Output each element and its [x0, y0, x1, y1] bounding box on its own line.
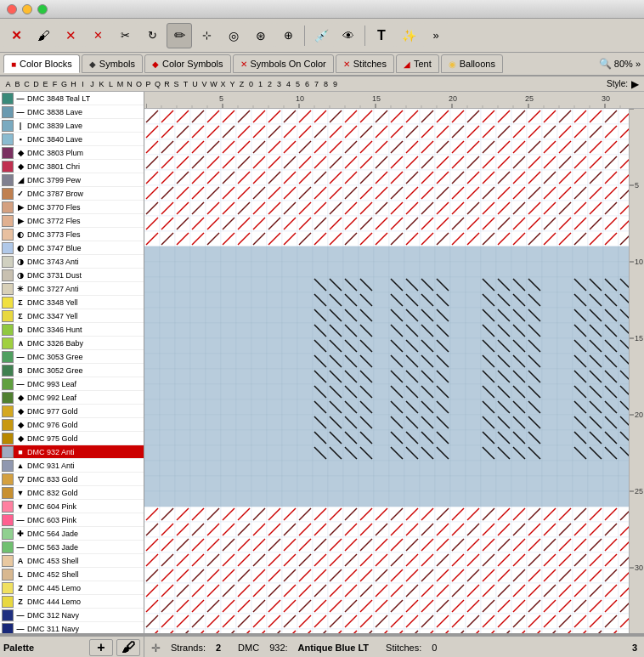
item-symbol: ◐: [15, 229, 25, 240]
palette-item[interactable]: —DMC 3053 Gree: [0, 350, 144, 364]
alpha-letter-D[interactable]: D: [31, 80, 41, 88]
nodes-tool-button[interactable]: ⊹: [194, 23, 219, 48]
svg-rect-1702: [236, 369, 251, 384]
balloons-tab[interactable]: ◉ Balloons: [441, 54, 503, 73]
palette-item[interactable]: ADMC 453 Shell: [0, 554, 144, 568]
color-swatch: [2, 297, 14, 309]
alpha-letter-A[interactable]: A: [3, 80, 13, 88]
palette-item[interactable]: —DMC 603 Pink: [0, 513, 144, 527]
alpha-letter-C[interactable]: C: [22, 80, 31, 88]
maximize-button[interactable]: [37, 4, 48, 14]
palette-item[interactable]: ✳DMC 3727 Anti: [0, 282, 144, 296]
svg-rect-1754: [542, 384, 557, 399]
svg-rect-1735: [251, 384, 267, 399]
alpha-letter-F[interactable]: F: [50, 80, 59, 88]
palette-item[interactable]: —DMC 3838 Lave: [0, 105, 144, 119]
palette-item[interactable]: ZDMC 444 Lemo: [0, 595, 144, 609]
canvas-area[interactable]: 51015202530 51015202530: [144, 92, 644, 633]
color-swatch: [2, 460, 14, 472]
palette-item[interactable]: —DMC 311 Navy: [0, 622, 144, 633]
svg-rect-1632: [144, 338, 160, 354]
palette-add-button[interactable]: +: [89, 639, 113, 656]
alpha-letter-I[interactable]: I: [78, 80, 88, 88]
palette-item[interactable]: ◆DMC 976 Gold: [0, 418, 144, 432]
palette-item[interactable]: —DMC 993 Leaf: [0, 377, 144, 391]
fill-tool-button[interactable]: ◎: [221, 23, 246, 48]
preview-tool-button[interactable]: 👁: [336, 23, 361, 48]
palette-item[interactable]: LDMC 452 Shell: [0, 568, 144, 581]
symbols-on-color-icon: ✕: [240, 59, 247, 69]
alpha-letter-H[interactable]: H: [69, 80, 78, 88]
palette-item[interactable]: ∧DMC 3326 Baby: [0, 337, 144, 350]
palette-item[interactable]: ΣDMC 3348 Yell: [0, 296, 144, 309]
svg-rect-1799: [251, 415, 267, 430]
palette-item[interactable]: ◆DMC 975 Gold: [0, 432, 144, 445]
palette-item[interactable]: ▲DMC 931 Anti: [0, 459, 144, 473]
palette-item[interactable]: ✓DMC 3787 Brow: [0, 187, 144, 201]
palette-item[interactable]: ΣDMC 3347 Yell: [0, 309, 144, 323]
select-tool-button[interactable]: ✕: [58, 23, 83, 48]
palette-item[interactable]: ◑DMC 3731 Dust: [0, 269, 144, 282]
symbols-on-color-tab[interactable]: ✕ Symbols On Color: [233, 54, 334, 73]
close-button[interactable]: [7, 4, 17, 14]
palette-item[interactable]: ✚DMC 564 Jade: [0, 527, 144, 541]
palette-item[interactable]: ◆DMC 3803 Plum: [0, 146, 144, 160]
minimize-button[interactable]: [22, 4, 32, 14]
more-tool-button[interactable]: »: [423, 23, 449, 48]
symbols-tab[interactable]: ◆ Symbols: [82, 54, 143, 73]
rotate-tool-button[interactable]: ↻: [139, 23, 165, 48]
palette-item[interactable]: ▶DMC 3772 Fles: [0, 214, 144, 228]
palette-item[interactable]: ■DMC 932 Anti: [0, 445, 144, 459]
trim-tool-button[interactable]: ✂: [112, 23, 138, 48]
svg-rect-1780: [450, 399, 466, 415]
palette-item[interactable]: —DMC 312 Navy: [0, 609, 144, 622]
alpha-letter-L[interactable]: L: [106, 80, 116, 88]
svg-rect-1877: [466, 445, 481, 461]
alpha-letter-K[interactable]: K: [97, 80, 106, 88]
tent-tab[interactable]: ◢ Tent: [396, 54, 439, 73]
svg-rect-1636: [206, 338, 221, 354]
magic-tool-button[interactable]: ✨: [396, 23, 421, 48]
palette-item[interactable]: ▽DMC 833 Gold: [0, 473, 144, 486]
satin-tool-button[interactable]: ⊛: [248, 23, 274, 48]
alpha-letter-N[interactable]: N: [125, 80, 134, 88]
palette-item[interactable]: —DMC 563 Jade: [0, 541, 144, 554]
palette-item[interactable]: 8DMC 3052 Gree: [0, 364, 144, 377]
alpha-letter-J[interactable]: J: [88, 80, 97, 88]
alpha-letter-G[interactable]: G: [59, 80, 69, 88]
palette-item[interactable]: —DMC 3848 Teal LT: [0, 92, 144, 105]
palette-item[interactable]: ▶DMC 3770 Fles: [0, 201, 144, 214]
text-tool-button[interactable]: T: [369, 23, 394, 48]
palette-item[interactable]: ZDMC 445 Lemo: [0, 581, 144, 595]
erase-tool-button[interactable]: ✕: [85, 23, 110, 48]
hoop-tool-button[interactable]: ⊕: [275, 23, 301, 48]
svg-rect-1947: [557, 476, 573, 491]
palette-item[interactable]: ▼DMC 832 Gold: [0, 486, 144, 500]
alpha-letter-B[interactable]: B: [13, 80, 22, 88]
palette-item[interactable]: bDMC 3346 Hunt: [0, 323, 144, 337]
palette-item[interactable]: |DMC 3839 Lave: [0, 119, 144, 133]
palette-paint-button[interactable]: 🖌: [116, 639, 140, 656]
item-symbol: ✚: [15, 529, 25, 539]
color-blocks-tab[interactable]: ■ Color Blocks: [3, 54, 80, 73]
style-arrow[interactable]: ▶: [631, 78, 639, 90]
palette-item[interactable]: ◆DMC 992 Leaf: [0, 391, 144, 405]
pencil-tool-button[interactable]: ✏: [167, 23, 192, 48]
alpha-letter-O[interactable]: O: [134, 80, 144, 88]
palette-item[interactable]: ◐DMC 3747 Blue: [0, 241, 144, 255]
stitch-canvas[interactable]: [144, 109, 629, 633]
palette-item[interactable]: ◑DMC 3743 Anti: [0, 255, 144, 269]
paint-tool-button[interactable]: 🖌: [31, 23, 56, 48]
palette-item[interactable]: ▼DMC 604 Pink: [0, 500, 144, 513]
palette-item[interactable]: ◐DMC 3773 Fles: [0, 228, 144, 241]
alpha-letter-E[interactable]: E: [41, 80, 50, 88]
palette-item[interactable]: ◆DMC 977 Gold: [0, 405, 144, 418]
stitches-tab[interactable]: ✕ Stitches: [336, 54, 394, 73]
alpha-letter-M[interactable]: M: [116, 80, 125, 88]
close-tool-button[interactable]: ✕: [3, 23, 29, 48]
eyedropper-tool-button[interactable]: 💉: [308, 23, 334, 48]
palette-item[interactable]: ◢DMC 3799 Pew: [0, 173, 144, 187]
color-symbols-tab[interactable]: ◆ Color Symbols: [144, 54, 231, 73]
palette-item[interactable]: ◆DMC 3801 Chri: [0, 160, 144, 173]
palette-item[interactable]: ▪DMC 3840 Lave: [0, 133, 144, 146]
